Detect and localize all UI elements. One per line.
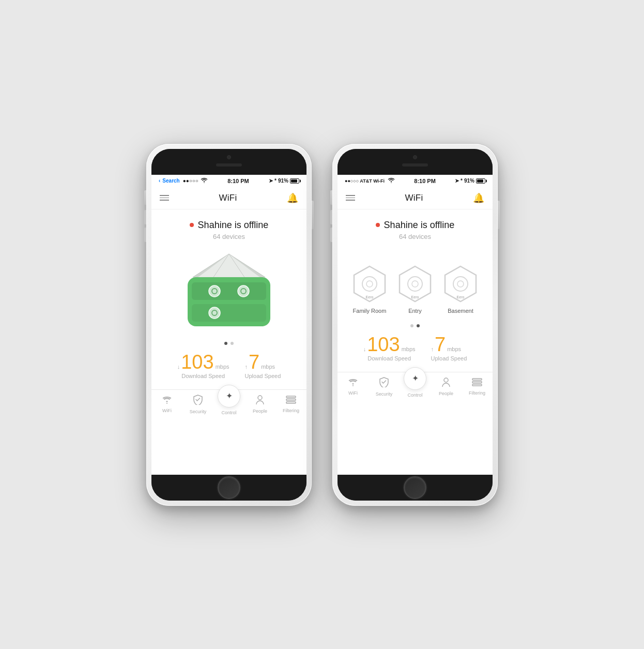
wifi-tab-label-2: WiFi [348,390,358,396]
tab-people-1[interactable]: People [244,395,275,414]
node-hex-family-room: Eero [350,264,389,304]
download-display-1: ↓ 103 mbps [177,352,229,372]
filtering-tab-label-2: Filtering [469,390,485,396]
status-bar-1: ‹ Search ●●○○○ 8:10 PM ➤ * 91% [151,175,306,187]
svg-point-19 [366,281,373,287]
bell-icon-2[interactable]: 🔔 [473,192,484,204]
upload-speed-1: ↑ 7 mbps Upload Speed [245,352,281,379]
app-content-1: Shahine is offline 64 devices [151,209,306,389]
wand-tab-icon-2: ✦ [412,373,419,383]
svg-rect-32 [472,384,482,386]
tab-control-1[interactable]: ✦ Control [213,394,244,415]
upload-unit-1: mbps [261,364,275,370]
status-indicator-1: Shahine is offline [160,220,298,231]
download-unit-1: mbps [216,364,229,370]
wifi-status-2 [388,178,395,184]
devices-count-1: 64 devices [160,233,298,240]
phone-body-1: ‹ Search ●●○○○ 8:10 PM ➤ * 91% [146,144,312,506]
svg-point-29 [444,378,448,382]
tab-wifi-2[interactable]: WiFi [338,378,369,396]
home-button-2[interactable] [404,476,426,499]
offline-text-2: Shahine is offline [384,220,455,231]
people-tab-icon-1 [255,395,265,407]
dot-1-2 [231,342,234,345]
tab-security-1[interactable]: Security [182,395,213,414]
node-entry[interactable]: Eero Entry [395,264,435,314]
svg-point-26 [453,277,468,291]
wifi-tab-label-1: WiFi [162,408,172,413]
tab-control-2[interactable]: ✦ Control [400,376,431,398]
svg-rect-5 [192,282,266,300]
upload-display-1: ↑ 7 mbps [245,352,281,372]
dot-1-1 [224,342,227,345]
tab-people-2[interactable]: People [431,378,462,396]
camera-2 [413,155,417,159]
tab-security-2[interactable]: Security [369,377,400,397]
svg-rect-31 [472,382,482,383]
wifi-status-1 [201,178,208,184]
phone-top-bar-1 [151,149,306,175]
offline-dot-1 [190,223,194,227]
security-tab-label-2: Security [376,391,393,397]
phone-1: ‹ Search ●●○○○ 8:10 PM ➤ * 91% [146,144,312,506]
svg-rect-10 [192,304,266,322]
status-left-1: ‹ Search ●●○○○ [159,178,208,184]
svg-point-11 [209,307,220,319]
family-room-label: Family Room [353,308,387,314]
att-carrier-2: ●●○○○ AT&T Wi-Fi [345,178,385,184]
search-label-1: Search [162,178,179,184]
download-speed-1: ↓ 103 mbps Download Speed [177,352,229,379]
battery-icon-1 [290,178,299,184]
download-number-1: 103 [181,352,213,372]
svg-rect-15 [286,399,296,401]
svg-point-23 [412,281,418,287]
control-circle-2: ✦ [404,367,426,390]
download-number-2: 103 [367,335,400,354]
offline-text-1: Shahine is offline [198,220,269,231]
menu-icon-2[interactable] [346,195,355,201]
phone-screen-outer-1: ‹ Search ●●○○○ 8:10 PM ➤ * 91% [151,149,306,501]
basement-label: Basement [448,308,473,314]
wand-tab-icon-1: ✦ [226,391,233,401]
node-basement[interactable]: Eero Basement [441,264,480,314]
menu-icon-1[interactable] [160,195,169,201]
tab-wifi-1[interactable]: WiFi [151,396,182,413]
tab-filtering-2[interactable]: Filtering [462,378,493,396]
filtering-tab-icon-1 [286,396,296,406]
svg-text:Eero: Eero [411,295,419,299]
page-title-1: WiFi [219,193,237,203]
control-tab-label-2: Control [407,393,422,398]
download-unit-2: mbps [402,346,416,352]
tab-bar-2: WiFi Security ✦ Control [338,372,493,401]
devices-count-2: 64 devices [346,233,484,240]
upload-arrow-2: ↑ [431,346,434,352]
bell-icon-1[interactable]: 🔔 [287,192,298,204]
upload-arrow-1: ↑ [245,364,248,370]
nodes-view-2: Eero Family Room Eero [346,249,484,324]
phone-screen-2: ●●○○○ AT&T Wi-Fi 8:10 PM ➤ * 91% [338,175,493,475]
entry-label: Entry [408,308,422,314]
upload-speed-2: ↑ 7 mbps Upload Speed [431,335,467,361]
pagination-2 [346,324,484,327]
pagination-1 [160,342,298,345]
shield-tab-icon-1 [193,395,203,407]
node-family-room[interactable]: Eero Family Room [350,264,389,314]
signal-bars-1: ●●○○○ [183,178,198,184]
download-arrow-2: ↓ [363,346,366,352]
people-tab-label-2: People [439,391,453,396]
upload-display-2: ↑ 7 mbps [431,335,467,354]
people-tab-label-1: People [253,409,267,414]
download-arrow-1: ↓ [177,364,180,370]
upload-number-2: 7 [435,335,446,354]
battery-icon-2 [476,178,485,184]
router-svg [177,249,281,331]
status-bar-2: ●●○○○ AT&T Wi-Fi 8:10 PM ➤ * 91% [338,175,493,187]
gps-icon-1: ➤ [269,178,273,184]
tab-filtering-1[interactable]: Filtering [275,396,306,413]
svg-text:Eero: Eero [457,295,465,299]
people-tab-icon-2 [441,378,451,389]
control-tab-label-1: Control [221,410,236,415]
filtering-tab-icon-2 [472,378,482,389]
home-button-1[interactable] [218,476,240,499]
offline-dot-2 [376,223,380,227]
